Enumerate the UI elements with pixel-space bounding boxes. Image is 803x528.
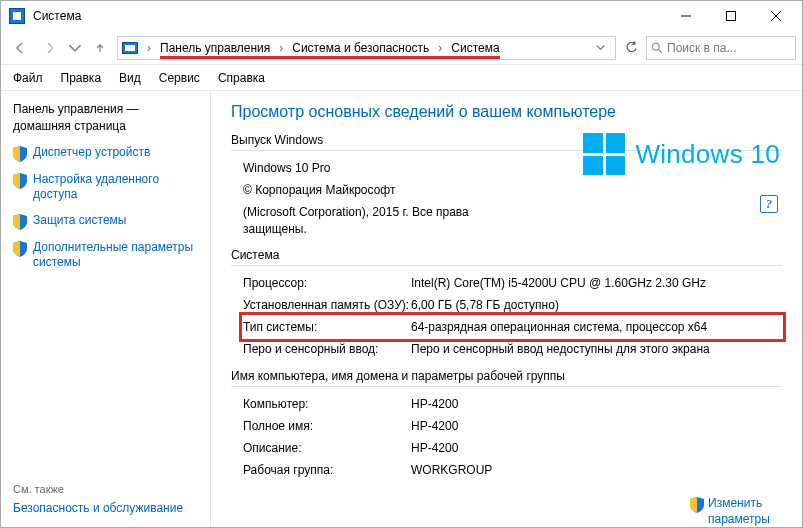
- sidebar-item-label: Настройка удаленного доступа: [33, 172, 198, 203]
- workgroup-value: WORKGROUP: [411, 462, 782, 478]
- ram-value: 6,00 ГБ (5,78 ГБ доступно): [411, 297, 782, 313]
- sidebar-item-advanced[interactable]: Дополнительные параметры системы: [13, 240, 198, 271]
- sidebar-item-label: Диспетчер устройств: [33, 145, 150, 161]
- sidebar-item-device-manager[interactable]: Диспетчер устройств: [13, 145, 198, 162]
- full-name-label: Полное имя:: [243, 418, 411, 434]
- sidebar-item-protection[interactable]: Защита системы: [13, 213, 198, 230]
- sidebar-item-remote[interactable]: Настройка удаленного доступа: [13, 172, 198, 203]
- sidebar-item-label: Защита системы: [33, 213, 126, 229]
- ram-label: Установленная память (ОЗУ):: [243, 297, 411, 313]
- breadcrumb[interactable]: › Панель управления › Система и безопасн…: [117, 36, 616, 60]
- app-icon: [9, 8, 25, 24]
- description-value: HP-4200: [411, 440, 782, 456]
- shield-icon: [13, 173, 27, 189]
- control-panel-icon: [122, 42, 138, 54]
- forward-button[interactable]: [37, 35, 63, 61]
- breadcrumb-item[interactable]: Панель управления: [160, 41, 270, 55]
- breadcrumb-item[interactable]: Система: [451, 41, 499, 55]
- system-type-value: 64-разрядная операционная система, проце…: [411, 319, 782, 335]
- description-label: Описание:: [243, 440, 411, 456]
- full-name-value: HP-4200: [411, 418, 782, 434]
- recent-dropdown[interactable]: [67, 35, 83, 61]
- sidebar-item-label: Безопасность и обслуживание: [13, 501, 183, 517]
- system-type-label: Тип системы:: [243, 319, 411, 335]
- breadcrumb-item[interactable]: Система и безопасность: [292, 41, 429, 55]
- address-dropdown[interactable]: [589, 37, 611, 59]
- window-title: Система: [33, 9, 81, 23]
- search-input[interactable]: Поиск в па...: [646, 36, 796, 60]
- menu-tools[interactable]: Сервис: [159, 71, 200, 85]
- shield-icon: [13, 214, 27, 230]
- maximize-button[interactable]: [708, 2, 753, 30]
- windows-logo-icon: [583, 133, 625, 175]
- chevron-right-icon: ›: [276, 41, 286, 55]
- search-icon: [651, 42, 663, 54]
- change-settings-label: Изменить параметры: [708, 496, 780, 527]
- menu-file[interactable]: Файл: [13, 71, 43, 85]
- processor-value: Intel(R) Core(TM) i5-4200U CPU @ 1.60GHz…: [411, 275, 782, 291]
- svg-rect-1: [726, 12, 735, 21]
- windows-logo-text: Windows 10: [635, 139, 780, 170]
- address-bar: › Панель управления › Система и безопасн…: [1, 31, 802, 65]
- change-settings-link[interactable]: Изменить параметры: [690, 496, 780, 527]
- svg-point-4: [652, 43, 659, 50]
- refresh-button[interactable]: [620, 37, 642, 59]
- windows-logo: Windows 10: [583, 133, 780, 175]
- menu-edit[interactable]: Правка: [61, 71, 102, 85]
- back-button[interactable]: [7, 35, 33, 61]
- chevron-right-icon: ›: [435, 41, 445, 55]
- svg-line-5: [659, 49, 662, 52]
- search-placeholder: Поиск в па...: [667, 41, 736, 55]
- main-panel: Просмотр основных сведений о вашем компь…: [211, 91, 802, 527]
- computer-name-label: Компьютер:: [243, 396, 411, 412]
- see-also-label: См. также: [13, 483, 198, 495]
- titlebar: Система: [1, 1, 802, 31]
- control-panel-home-link[interactable]: Панель управления — домашняя страница: [13, 101, 198, 135]
- page-title: Просмотр основных сведений о вашем компь…: [231, 103, 782, 121]
- workgroup-label: Рабочая группа:: [243, 462, 411, 478]
- shield-icon: [13, 146, 27, 162]
- copyright-line: © Корпорация Майкрософт: [243, 182, 782, 198]
- menu-help[interactable]: Справка: [218, 71, 265, 85]
- section-system: Система: [231, 248, 782, 266]
- up-button[interactable]: [87, 35, 113, 61]
- shield-icon: [13, 241, 27, 257]
- computer-name-value: HP-4200: [411, 396, 782, 412]
- processor-label: Процессор:: [243, 275, 411, 291]
- pen-touch-label: Перо и сенсорный ввод:: [243, 341, 411, 357]
- copyright-line: (Microsoft Corporation), 2015 г. Все пра…: [243, 204, 523, 236]
- menu-view[interactable]: Вид: [119, 71, 141, 85]
- pen-touch-value: Перо и сенсорный ввод недоступны для это…: [411, 341, 782, 357]
- section-domain: Имя компьютера, имя домена и параметры р…: [231, 369, 782, 387]
- minimize-button[interactable]: [663, 2, 708, 30]
- sidebar-item-security[interactable]: Безопасность и обслуживание: [13, 501, 198, 517]
- sidebar-item-label: Дополнительные параметры системы: [33, 240, 198, 271]
- sidebar: Панель управления — домашняя страница Ди…: [1, 91, 211, 527]
- close-button[interactable]: [753, 2, 798, 30]
- help-button[interactable]: ?: [760, 195, 778, 213]
- chevron-right-icon: ›: [144, 41, 154, 55]
- shield-icon: [690, 497, 704, 513]
- menubar: Файл Правка Вид Сервис Справка: [1, 65, 802, 91]
